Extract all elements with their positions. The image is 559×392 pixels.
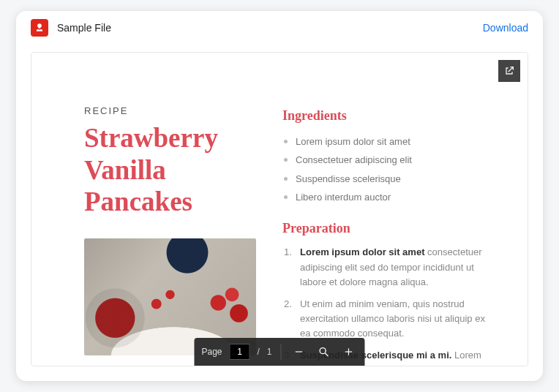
document-viewer: RECIPE Strawberry Vanilla Pancakes Ingre… <box>31 52 528 366</box>
page-label: Page <box>201 347 222 357</box>
right-column: Ingredients Lorem ipsum dolor sit amet C… <box>282 105 491 336</box>
list-item: Lorem ipsum dolor sit amet <box>282 132 491 151</box>
step-lead: Lorem ipsum dolor sit amet <box>300 246 424 257</box>
divider <box>281 344 282 360</box>
list-item: Libero interdum auctor <box>282 188 491 206</box>
topbar: Sample File Download <box>16 11 543 45</box>
magnifier-icon <box>318 346 330 358</box>
zoom-fit-button[interactable] <box>315 343 333 361</box>
page-separator: / <box>258 347 260 357</box>
step-rest: Ut enim ad minim veniam, quis nostrud ex… <box>300 298 485 339</box>
document-page: RECIPE Strawberry Vanilla Pancakes Ingre… <box>31 53 528 366</box>
zoom-in-button[interactable] <box>340 343 358 361</box>
list-item: Ut enim ad minim veniam, quis nostrud ex… <box>282 297 491 341</box>
eyebrow: RECIPE <box>84 105 256 116</box>
page-number-input[interactable] <box>230 344 250 360</box>
ingredients-heading: Ingredients <box>282 108 491 124</box>
pdf-icon <box>31 19 48 37</box>
pdf-preview-panel: Sample File Download RECIPE Strawberry V… <box>16 11 543 381</box>
left-column: RECIPE Strawberry Vanilla Pancakes <box>84 105 256 336</box>
page-total: 1 <box>267 347 272 357</box>
minus-icon <box>294 347 304 357</box>
recipe-title: Strawberry Vanilla Pancakes <box>84 122 256 218</box>
download-link[interactable]: Download <box>483 22 528 34</box>
svg-point-1 <box>320 348 326 354</box>
preparation-heading: Preparation <box>282 221 491 236</box>
svg-rect-0 <box>296 351 302 352</box>
list-item: Suspendisse scelerisque <box>282 170 491 188</box>
plus-icon <box>344 347 354 357</box>
zoom-out-button[interactable] <box>290 343 308 361</box>
file-title: Sample File <box>57 22 111 34</box>
svg-rect-4 <box>348 348 349 355</box>
svg-line-2 <box>326 353 329 356</box>
list-item: Lorem ipsum dolor sit amet consectetuer … <box>282 245 491 289</box>
list-item: Consectetuer adipiscing elit <box>282 151 491 169</box>
ingredients-list: Lorem ipsum dolor sit amet Consectetuer … <box>282 132 491 206</box>
page-controls: Page / 1 <box>194 338 364 366</box>
